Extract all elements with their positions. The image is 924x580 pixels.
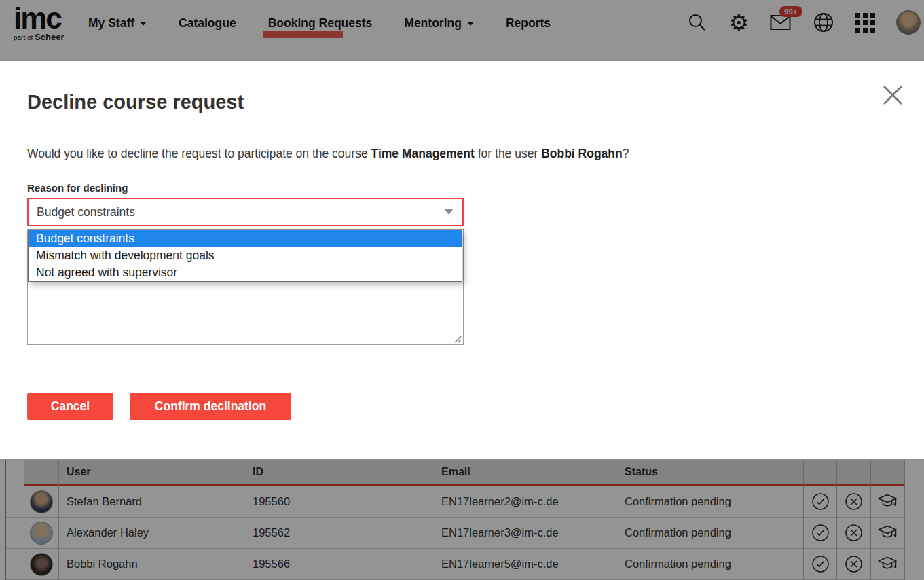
close-icon[interactable] (879, 81, 906, 109)
reason-options-panel: Budget constraints Mismatch with develop… (28, 230, 462, 282)
cancel-button[interactable]: Cancel (27, 393, 113, 420)
user-name: Bobbi Rogahn (541, 147, 623, 160)
reason-select[interactable]: Budget constraints (27, 198, 464, 226)
decline-course-request-modal: Decline course request Would you like to… (0, 61, 924, 459)
dropdown-arrow-icon (445, 209, 453, 215)
option-mismatch-development-goals[interactable]: Mismatch with development goals (29, 247, 462, 264)
reason-label: Reason for declining (27, 182, 128, 194)
page-title: Decline course request (27, 91, 244, 113)
option-not-agreed-supervisor[interactable]: Not agreed with supervisor (29, 264, 462, 281)
confirm-declination-button[interactable]: Confirm declination (130, 393, 291, 420)
resize-handle-icon[interactable] (453, 334, 462, 343)
modal-buttons: Cancel Confirm declination (27, 393, 291, 420)
modal-body-text: Would you like to decline the request to… (27, 147, 629, 161)
course-name: Time Management (371, 147, 475, 160)
option-budget-constraints[interactable]: Budget constraints (29, 230, 462, 247)
selected-value: Budget constraints (37, 205, 135, 219)
